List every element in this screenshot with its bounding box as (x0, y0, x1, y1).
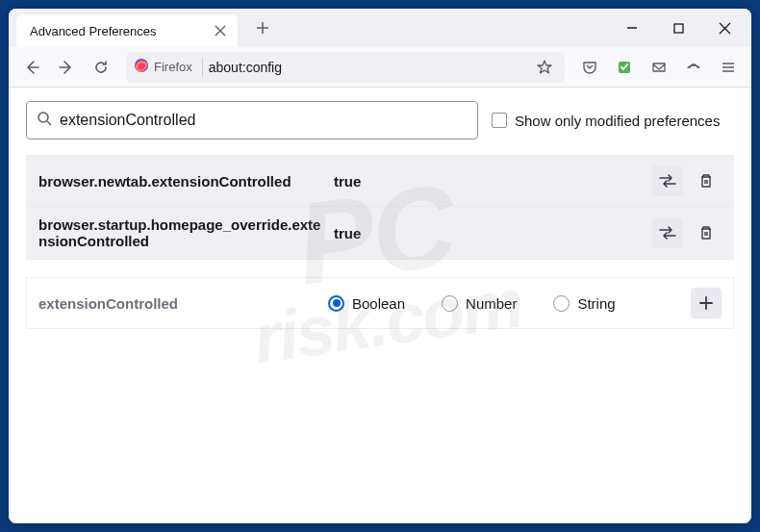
new-pref-row: extensionControlled Boolean Number Strin… (26, 277, 734, 329)
browser-window: Advanced Preferences (9, 9, 751, 523)
pref-row[interactable]: browser.startup.homepage_override.extens… (27, 206, 733, 259)
new-tab-button[interactable] (249, 14, 276, 41)
close-tab-icon[interactable] (211, 21, 230, 40)
preferences-table: browser.newtab.extensionControlled true … (26, 155, 734, 260)
toggle-button[interactable] (652, 165, 683, 196)
pref-value: true (334, 225, 641, 241)
identity-label: Firefox (154, 60, 192, 74)
account-icon[interactable] (678, 52, 709, 83)
radio-label: String (577, 295, 615, 312)
show-modified-label: Show only modified preferences (515, 113, 720, 129)
app-menu-button[interactable] (713, 52, 744, 83)
browser-tab[interactable]: Advanced Preferences (16, 14, 238, 47)
firefox-icon (134, 58, 149, 77)
toggle-button[interactable] (652, 217, 683, 248)
show-modified-checkbox[interactable]: Show only modified preferences (492, 113, 720, 129)
radio-string[interactable]: String (553, 295, 615, 312)
delete-button[interactable] (691, 165, 722, 196)
titlebar: Advanced Preferences (9, 9, 751, 47)
pref-row[interactable]: browser.newtab.extensionControlled true (27, 156, 733, 206)
maximize-button[interactable] (657, 13, 699, 43)
forward-button[interactable] (51, 52, 82, 83)
navigation-toolbar: Firefox about:config (9, 47, 751, 88)
pocket-icon[interactable] (574, 52, 605, 83)
about-config-content: Show only modified preferences browser.n… (9, 88, 751, 523)
new-pref-name: extensionControlled (38, 295, 311, 312)
svg-rect-0 (674, 24, 683, 33)
radio-number[interactable]: Number (442, 295, 517, 312)
inbox-icon[interactable] (644, 52, 674, 83)
radio-boolean[interactable]: Boolean (328, 295, 405, 312)
address-bar[interactable]: Firefox about:config (126, 52, 565, 83)
url-text: about:config (209, 60, 526, 75)
close-window-button[interactable] (703, 13, 746, 43)
pref-name: browser.startup.homepage_override.extens… (38, 216, 322, 249)
extension-icon[interactable] (609, 52, 640, 83)
pref-value: true (334, 173, 641, 190)
back-button[interactable] (16, 52, 47, 83)
radio-icon (328, 295, 344, 312)
tab-title: Advanced Preferences (30, 24, 157, 38)
search-icon (37, 111, 52, 130)
svg-point-3 (38, 113, 48, 122)
reload-button[interactable] (86, 52, 116, 83)
minimize-button[interactable] (611, 13, 653, 43)
type-radio-group: Boolean Number String (328, 295, 673, 312)
add-pref-button[interactable] (691, 288, 722, 318)
radio-icon (553, 295, 570, 312)
delete-button[interactable] (691, 217, 722, 248)
identity-box[interactable]: Firefox (134, 58, 203, 77)
pref-name: browser.newtab.extensionControlled (38, 173, 322, 190)
search-box[interactable] (26, 101, 478, 139)
radio-label: Number (466, 295, 517, 312)
bookmark-star-icon[interactable] (532, 55, 557, 80)
radio-label: Boolean (352, 295, 405, 312)
radio-icon (442, 295, 458, 312)
search-input[interactable] (60, 112, 468, 129)
checkbox-icon (492, 113, 507, 128)
